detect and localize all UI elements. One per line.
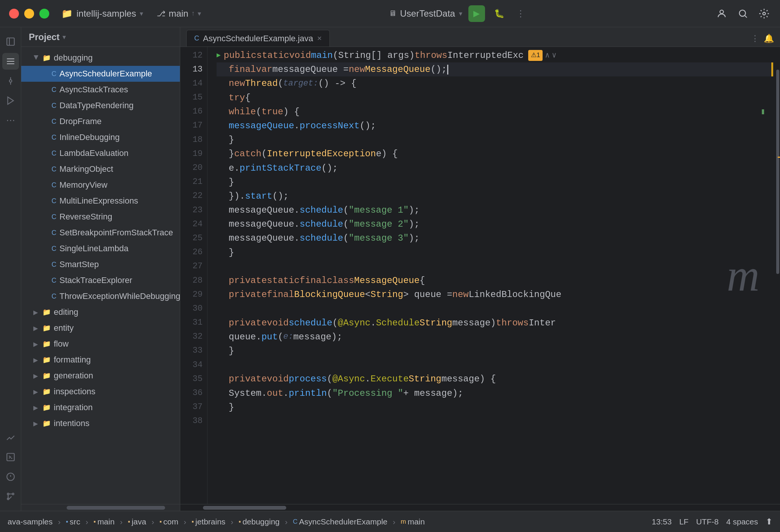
sidebar-item-more[interactable]: ⋯ (2, 112, 19, 129)
scrollbar-thumb[interactable] (776, 70, 779, 274)
breadcrumb-com[interactable]: ▪ com (159, 517, 178, 526)
sidebar-item-analytics[interactable] (2, 429, 19, 446)
run-config[interactable]: 🖥 UserTestData ▾ (389, 8, 462, 19)
minimize-button[interactable] (24, 9, 34, 19)
tree-item-inlinedebugging[interactable]: ▶ C InlineDebugging (21, 129, 180, 145)
tab-close-button[interactable]: ✕ (317, 35, 322, 42)
run-button[interactable]: ▶ (468, 5, 485, 22)
cursor (447, 65, 448, 75)
tree-item-intentions[interactable]: ▶ 📁 intentions (21, 415, 180, 431)
tree-item-generation[interactable]: ▶ 📁 generation (21, 368, 180, 384)
breadcrumb-src[interactable]: ▪ src (66, 517, 80, 526)
main-layout: ⋯ Project (0, 27, 780, 511)
sidebar-item-terminal[interactable] (2, 449, 19, 465)
tree-h-scrollbar[interactable] (21, 504, 180, 511)
breadcrumb-jetbrains-label: jetbrains (195, 517, 225, 526)
warning-nav-up[interactable]: ∧ (545, 50, 549, 61)
tree-item-singlelinelambda[interactable]: ▶ C SingleLineLambda (21, 241, 180, 257)
breadcrumb-method[interactable]: m main (401, 517, 425, 526)
tree-item-integration[interactable]: ▶ 📁 integration (21, 400, 180, 415)
line-num-20: 20 (185, 161, 203, 175)
indent-setting[interactable]: 4 spaces (726, 517, 758, 526)
project-tree: ▶ 📁 debugging ▶ C AsyncSchedulerExample … (21, 47, 180, 504)
project-selector[interactable]: 📁 intellij-samples ▾ (61, 8, 143, 19)
editor-h-scrollbar-thumb[interactable] (203, 506, 286, 510)
titlebar-right (715, 7, 771, 20)
tree-item-multilineexpressions[interactable]: ▶ C MultiLineExpressions (21, 193, 180, 209)
breadcrumb-method-label: main (407, 517, 425, 526)
tree-item-lambdaevaluation[interactable]: ▶ C LambdaEvaluation (21, 145, 180, 161)
tree-item-stacktraceexplorer[interactable]: ▶ C StackTraceExplorer (21, 272, 180, 288)
sidebar-item-project[interactable] (2, 53, 19, 70)
window-controls (9, 9, 49, 19)
activity-bar: ⋯ (0, 27, 21, 511)
tab-more-icon[interactable]: ⋮ (751, 34, 759, 44)
maximize-button[interactable] (39, 9, 49, 19)
debug-button[interactable]: 🐛 (491, 5, 508, 22)
code-editor[interactable]: 12 13 14 15 16 17 18 19 20 21 22 23 24 2… (180, 47, 780, 504)
tree-item-setbreakpoint[interactable]: ▶ C SetBreakpointFromStackTrace (21, 225, 180, 241)
cursor-position[interactable]: 13:53 (652, 517, 672, 526)
code-line-18: } (217, 133, 773, 147)
status-bar: ava-samples › ▪ src › ▪ main › ▪ java › … (0, 511, 780, 532)
breadcrumb-sep4: › (151, 517, 154, 526)
sidebar-item-commit[interactable] (2, 73, 19, 89)
line-ending[interactable]: LF (679, 517, 689, 526)
tree-item-debugging[interactable]: ▶ 📁 debugging (21, 50, 180, 66)
tree-item-label: DataTypeRendering (59, 101, 134, 110)
class-icon: C (51, 118, 56, 126)
profile-button[interactable] (715, 7, 729, 20)
chevron-down-icon3: ▾ (459, 9, 462, 18)
branch-selector[interactable]: ⎇ main ↑ ▾ (157, 8, 201, 19)
close-button[interactable] (9, 9, 19, 19)
editor-tab-asyncscheduler[interactable]: C AsyncSchedulerExample.java ✕ (186, 30, 330, 47)
editor-h-scrollbar[interactable] (180, 504, 780, 511)
breadcrumb-root[interactable]: ava-samples (8, 517, 53, 526)
settings-button[interactable] (757, 7, 771, 20)
line-num-22: 22 (185, 189, 203, 203)
tree-item-memoryview[interactable]: ▶ C MemoryView (21, 177, 180, 193)
tree-item-markingobject[interactable]: ▶ C MarkingObject (21, 161, 180, 177)
h-scrollbar-thumb[interactable] (67, 506, 165, 510)
warning-nav-down[interactable]: ∨ (552, 50, 557, 61)
sidebar-item-problems[interactable] (2, 468, 19, 485)
tree-item-label: ThrowExceptionWhileDebugging (59, 291, 180, 301)
tree-item-asyncstacktraces[interactable]: ▶ C AsyncStackTraces (21, 82, 180, 98)
tree-item-inspections[interactable]: ▶ 📁 inspections (21, 384, 180, 400)
run-gutter-icon[interactable]: ▶ (217, 50, 221, 61)
sidebar-item-run[interactable] (2, 92, 19, 109)
folder-icon: 📁 (42, 340, 51, 348)
sidebar-item-git[interactable] (2, 488, 19, 505)
encoding[interactable]: UTF-8 (696, 517, 719, 526)
breadcrumb-sep5: › (184, 517, 186, 526)
notification-icon[interactable]: 🔔 (764, 34, 774, 44)
tree-item-throwexception[interactable]: ▶ C ThrowExceptionWhileDebugging (21, 288, 180, 304)
breadcrumb-sep2: › (86, 517, 88, 526)
tree-item-entity[interactable]: ▶ 📁 entity (21, 320, 180, 336)
breadcrumb-sep6: › (231, 517, 233, 526)
tree-item-datatyperendering[interactable]: ▶ C DataTypeRendering (21, 98, 180, 114)
tree-item-formatting[interactable]: ▶ 📁 formatting (21, 352, 180, 368)
search-button[interactable] (736, 7, 750, 20)
share-icon[interactable]: ⬆ (766, 517, 772, 527)
sidebar-toggle-button[interactable] (2, 33, 19, 50)
tree-item-dropframe[interactable]: ▶ C DropFrame (21, 114, 180, 129)
tree-item-editing[interactable]: ▶ 📁 editing (21, 304, 180, 320)
tree-item-flow[interactable]: ▶ 📁 flow (21, 336, 180, 352)
gutter-changed-marker (762, 109, 764, 114)
code-content[interactable]: ▶ public static void main(String[] args)… (207, 47, 773, 504)
tree-item-reversestring[interactable]: ▶ C ReverseString (21, 209, 180, 225)
vertical-scrollbar[interactable] (773, 47, 780, 504)
branch-name: main (168, 8, 188, 19)
expand-arrow-icon: ▶ (33, 356, 39, 364)
breadcrumb-main[interactable]: ▪ main (94, 517, 115, 526)
breadcrumb-java[interactable]: ▪ java (128, 517, 147, 526)
line-num-37: 37 (185, 400, 203, 414)
breadcrumb-classname[interactable]: C AsyncSchedulerExample (293, 517, 388, 526)
breadcrumb-debugging[interactable]: ▪ debugging (239, 517, 279, 526)
tree-item-smartstep[interactable]: ▶ C SmartStep (21, 257, 180, 272)
breadcrumb-jetbrains[interactable]: ▪ jetbrains (192, 517, 225, 526)
more-options-button[interactable]: ⋮ (514, 7, 527, 20)
folder-icon: 📁 (42, 324, 51, 332)
tree-item-asyncscheduler[interactable]: ▶ C AsyncSchedulerExample (21, 66, 180, 82)
